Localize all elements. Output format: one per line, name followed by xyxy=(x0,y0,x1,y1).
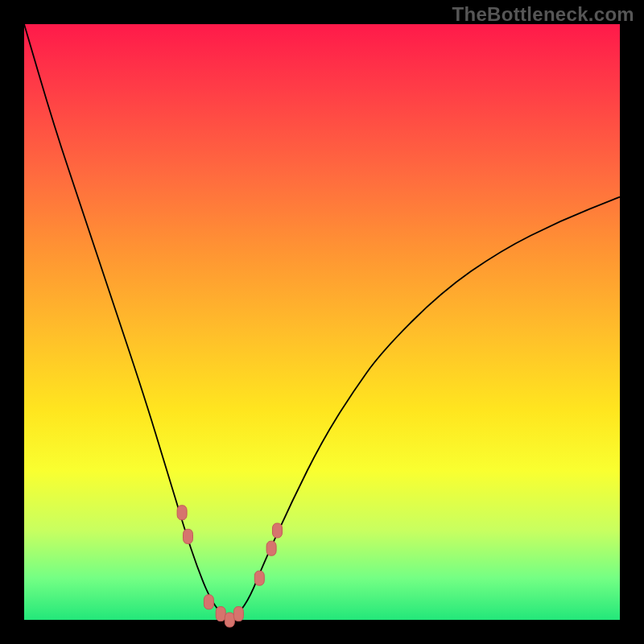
curve-marker xyxy=(254,571,264,585)
curve-marker xyxy=(225,613,234,627)
bottleneck-curve xyxy=(24,24,620,618)
bottleneck-curve-svg xyxy=(24,24,620,620)
curve-marker xyxy=(184,529,193,543)
curve-marker xyxy=(216,607,225,621)
app-window: TheBottleneck.com xyxy=(0,0,644,644)
curve-marker xyxy=(266,541,276,555)
curve-marker xyxy=(204,595,213,609)
curve-markers xyxy=(177,506,282,627)
chart-area xyxy=(24,24,620,620)
curve-marker xyxy=(273,523,283,538)
curve-marker xyxy=(177,506,187,520)
watermark-text: TheBottleneck.com xyxy=(452,3,634,26)
curve-marker xyxy=(233,607,243,621)
